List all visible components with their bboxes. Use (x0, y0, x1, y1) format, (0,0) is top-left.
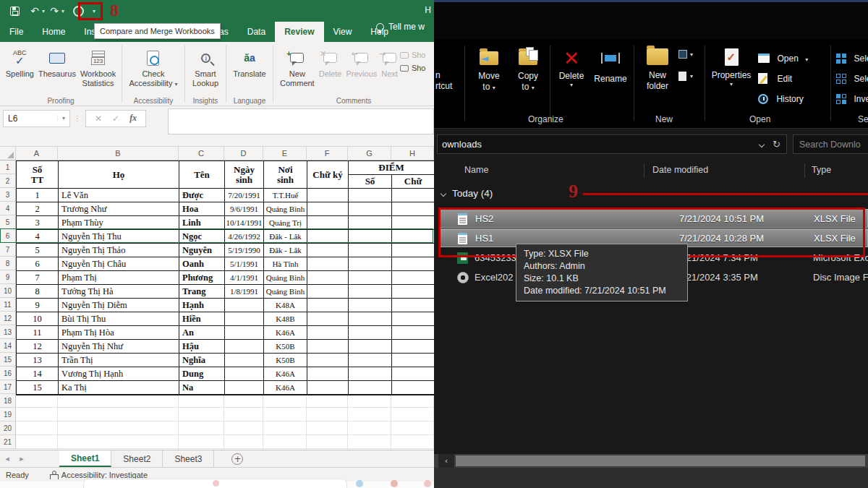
tab-home[interactable]: Home (33, 22, 75, 42)
table-cell[interactable]: Được (179, 189, 225, 202)
table-cell[interactable] (225, 326, 264, 340)
row-header-2[interactable]: 2 (0, 174, 16, 188)
translate-button[interactable]: ăa Translate (231, 45, 268, 80)
table-cell[interactable]: Nguyễn Thị Như (59, 340, 179, 354)
insert-function-icon[interactable]: fx (129, 113, 137, 124)
table-cell[interactable] (349, 312, 392, 326)
column-header-C[interactable]: C (179, 147, 224, 160)
workbook-statistics-button[interactable]: 123 Workbook Statistics (78, 45, 118, 90)
table-cell[interactable] (392, 326, 434, 340)
row-header-10[interactable]: 10 (0, 284, 16, 298)
show-comments-button[interactable]: Sho (400, 51, 426, 59)
open-button[interactable]: Open ▾ (758, 51, 808, 64)
table-cell[interactable]: 2 (17, 202, 59, 216)
table-cell[interactable]: Nguyễn Thị Diễm (59, 299, 179, 312)
thesaurus-button[interactable]: Thesaurus (36, 45, 78, 80)
history-button[interactable]: History (758, 92, 804, 105)
table-cell[interactable]: 15 (17, 381, 59, 395)
table-cell[interactable] (392, 340, 434, 354)
name-box[interactable]: L6▾ (3, 110, 70, 127)
table-cell[interactable]: Hoa (179, 202, 225, 216)
table-cell[interactable] (349, 340, 392, 354)
group-collapse-icon[interactable] (441, 190, 446, 196)
table-cell[interactable]: Đăk - Lăk (264, 244, 307, 257)
row-header-19[interactable]: 19 (0, 408, 16, 421)
table-cell[interactable] (392, 202, 434, 216)
table-cell[interactable] (392, 189, 434, 202)
table-cell[interactable] (225, 340, 264, 354)
table-cell[interactable]: 6 (17, 257, 59, 271)
table-cell[interactable] (392, 367, 434, 381)
table-cell[interactable]: 9 (17, 299, 59, 312)
column-date-modified[interactable]: Date modified (652, 165, 708, 175)
horizontal-scrollbar[interactable]: ‹ (434, 454, 868, 468)
table-cell[interactable]: Nghĩa (179, 354, 225, 367)
table-cell[interactable] (349, 299, 392, 312)
row-header-1[interactable]: 1 (0, 160, 16, 174)
redo-dropdown-icon[interactable]: ▾ (61, 8, 64, 14)
row-header-7[interactable]: 7 (0, 243, 16, 257)
table-cell[interactable]: Quảng Bình (264, 285, 307, 299)
table-cell[interactable] (392, 299, 434, 312)
table-cell[interactable] (307, 312, 349, 326)
table-cell[interactable]: Phạm Thị (59, 271, 179, 285)
group-header-today[interactable]: Today (4) (441, 188, 493, 199)
new-folder-button[interactable]: New folder (638, 48, 677, 92)
select-all-corner[interactable] (0, 147, 16, 160)
table-cell[interactable]: 3 (17, 216, 59, 230)
table-cell[interactable] (349, 326, 392, 340)
rename-button[interactable]: Rename (590, 53, 631, 85)
table-cell[interactable]: Trương Như (59, 202, 179, 216)
save-icon[interactable] (10, 7, 20, 16)
file-row-hs2[interactable]: HS27/21/2024 10:51 PMXLSX File (438, 209, 868, 228)
table-cell[interactable]: Quảng Trị (264, 216, 307, 230)
cancel-formula-icon[interactable]: ✕ (95, 114, 102, 124)
table-cell[interactable]: Quảng Bình (264, 202, 307, 216)
table-cell[interactable]: T.T.Huế (264, 189, 307, 202)
select-none-button[interactable]: Select (836, 72, 868, 85)
table-cell[interactable]: K48B (264, 312, 307, 326)
table-cell[interactable]: 12 (17, 340, 59, 354)
tellme-wrap[interactable]: Tell me w (370, 22, 425, 42)
new-item-dropdown-icon[interactable]: ▾ (690, 51, 693, 58)
move-to-button[interactable]: ◄ Move to ▾ (470, 51, 508, 93)
new-item-button[interactable] (678, 50, 687, 59)
delete-comment-button[interactable]: ✕ Delete (317, 45, 344, 80)
table-cell[interactable]: K50B (264, 354, 307, 367)
sheet-nav-left-icon[interactable]: ◂ (0, 450, 14, 467)
table-cell[interactable] (225, 354, 264, 367)
table-cell[interactable]: K46A (264, 381, 307, 395)
tab-data[interactable]: Data (238, 22, 275, 42)
table-cell[interactable] (392, 271, 434, 285)
table-cell[interactable]: Phạm Thị Hòa (59, 326, 179, 340)
table-cell[interactable]: Bùi Thị Thu (59, 312, 179, 326)
table-cell[interactable]: An (179, 326, 225, 340)
table-cell[interactable] (349, 354, 392, 367)
table-cell[interactable]: 1 (17, 189, 59, 202)
table-cell[interactable]: K46A (264, 367, 307, 381)
table-cell[interactable]: Ka Thị (59, 381, 179, 395)
properties-button[interactable]: Properties ▾ (709, 48, 754, 87)
row-header-8[interactable]: 8 (0, 257, 16, 270)
table-cell[interactable] (392, 216, 434, 230)
table-cell[interactable]: 5/1/1991 (225, 257, 264, 271)
smart-lookup-button[interactable]: Smart Lookup (190, 45, 221, 90)
table-cell[interactable] (307, 230, 349, 244)
row-header-14[interactable]: 14 (0, 339, 16, 353)
table-cell[interactable]: 11 (17, 326, 59, 340)
row-header-6[interactable]: 6 (0, 229, 16, 243)
row-header-16[interactable]: 16 (0, 367, 16, 380)
column-header-F[interactable]: F (307, 147, 348, 160)
table-cell[interactable]: 5 (17, 244, 59, 257)
enter-formula-icon[interactable]: ✓ (112, 114, 119, 124)
table-cell[interactable]: 5/19/1990 (225, 244, 264, 257)
table-cell[interactable]: 13 (17, 354, 59, 367)
table-cell[interactable]: 4/1/1991 (225, 271, 264, 285)
sheet-nav-right-icon[interactable]: ▸ (14, 450, 29, 467)
table-cell[interactable] (225, 381, 264, 395)
table-cell[interactable]: Nguyên (179, 244, 225, 257)
search-input[interactable]: Search Downlo (793, 134, 868, 154)
table-cell[interactable] (349, 216, 392, 230)
column-header-G[interactable]: G (348, 147, 391, 160)
table-cell[interactable] (392, 257, 434, 271)
